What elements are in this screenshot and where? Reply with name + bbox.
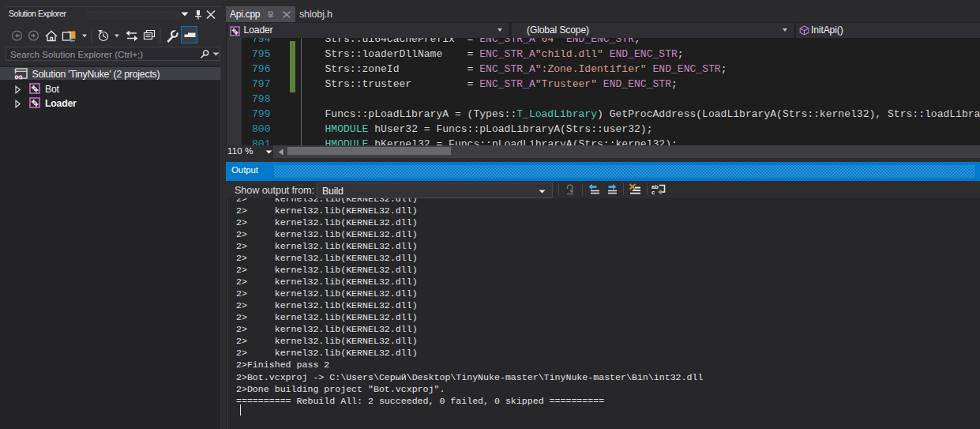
svg-text:c: c [651, 189, 655, 195]
